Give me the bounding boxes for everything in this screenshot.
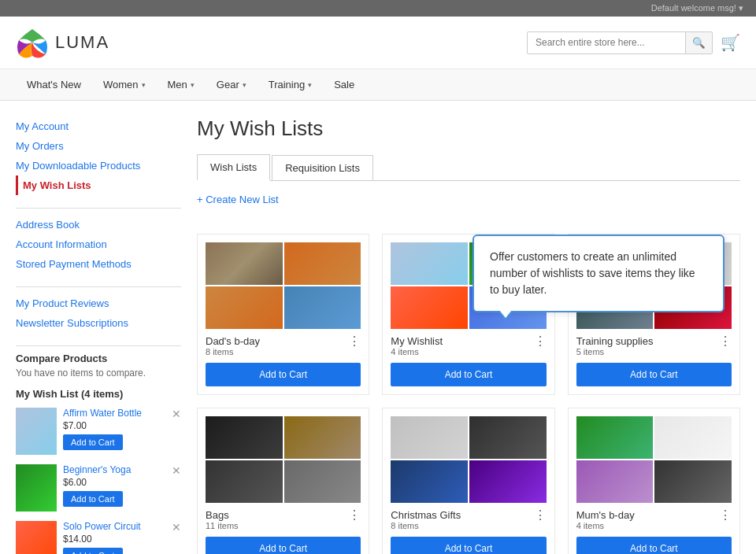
sidebar-item-name-0[interactable]: Affirm Water Bottle xyxy=(63,408,165,419)
logo-text: LUMA xyxy=(55,32,109,53)
sidebar-menu-1: My Account My Orders My Downloadable Pro… xyxy=(16,116,181,195)
wishlist-card-3-img-0 xyxy=(206,416,283,459)
sidebar-item-details-2: Solo Power Circuit $14.00 Add to Cart xyxy=(63,521,165,554)
sidebar-item-price-0: $7.00 xyxy=(63,420,165,431)
compare-products-title: Compare Products xyxy=(16,353,181,364)
sidebar-wishlist-item-0: Affirm Water Bottle $7.00 Add to Cart ✕ xyxy=(16,408,181,455)
tab-wish-lists[interactable]: Wish Lists xyxy=(197,154,270,181)
top-bar: Default welcome msg! ▾ xyxy=(0,0,756,17)
wishlist-card-3-name[interactable]: Bags xyxy=(206,509,239,521)
wishlist-card-3-menu[interactable]: ⋮ xyxy=(348,509,361,522)
callout-tooltip: Offer customers to create an unlimited n… xyxy=(472,235,724,312)
main-container: My Account My Orders My Downloadable Pro… xyxy=(0,101,756,554)
wishlist-card-4-footer: Christmas Gifts 8 items ⋮ xyxy=(391,509,546,530)
sidebar-wishlist-title: My Wish List (4 items) xyxy=(16,388,181,400)
sidebar-item-img-2 xyxy=(16,521,57,554)
wishlist-card-0-add-to-cart[interactable]: Add to Cart xyxy=(206,363,361,386)
wishlist-card-2-name[interactable]: Training supplies xyxy=(576,335,654,347)
search-button[interactable]: 🔍 xyxy=(685,32,712,54)
sidebar-item-newsletter[interactable]: Newsletter Subscriptions xyxy=(16,313,181,333)
sidebar-divider-3 xyxy=(16,345,181,346)
search-input[interactable] xyxy=(528,32,685,53)
wishlist-card-4-img-0 xyxy=(391,416,468,459)
nav-item-sale[interactable]: Sale xyxy=(323,69,365,100)
wishlist-card-4-items: 8 items xyxy=(391,521,461,530)
sidebar-item-details-0: Affirm Water Bottle $7.00 Add to Cart xyxy=(63,408,165,450)
sidebar-item-price-2: $14.00 xyxy=(63,534,165,545)
tab-requisition-lists[interactable]: Requisition Lists xyxy=(272,155,373,180)
wishlist-card-1-name[interactable]: My Wishlist xyxy=(391,335,443,347)
wishlist-card-0-img-3 xyxy=(284,286,361,329)
callout-text: Offer customers to create an unlimited n… xyxy=(490,250,695,296)
nav-item-gear[interactable]: Gear ▾ xyxy=(206,69,258,100)
wishlist-card-5-add-to-cart[interactable]: Add to Cart xyxy=(576,537,732,554)
welcome-message: Default welcome msg! xyxy=(651,3,736,13)
sidebar-item-my-account[interactable]: My Account xyxy=(16,116,181,136)
wishlist-card-5-menu[interactable]: ⋮ xyxy=(719,509,732,522)
sidebar-remove-item-2[interactable]: ✕ xyxy=(172,521,181,534)
wishlist-card-5-footer: Mum's b-day 4 items ⋮ xyxy=(576,509,732,530)
wishlist-card-5-images xyxy=(576,416,732,503)
sidebar-item-price-1: $6.00 xyxy=(63,477,165,488)
wishlist-card-1-items: 4 items xyxy=(391,347,443,356)
wishlist-card-1-add-to-cart[interactable]: Add to Cart xyxy=(391,363,546,386)
wishlist-card-3-add-to-cart[interactable]: Add to Cart xyxy=(206,537,361,554)
nav-item-women[interactable]: Women ▾ xyxy=(92,69,157,100)
logo[interactable]: LUMA xyxy=(16,26,109,59)
sidebar-item-account-info[interactable]: Account Information xyxy=(16,235,181,254)
wishlist-card-2-footer: Training supplies 5 items ⋮ xyxy=(576,335,732,356)
sidebar-item-name-2[interactable]: Solo Power Circuit xyxy=(63,521,165,532)
create-list-link[interactable]: + Create New List xyxy=(197,194,279,205)
main-nav: What's New Women ▾ Men ▾ Gear ▾ Training… xyxy=(0,69,756,101)
wishlist-card-4: Christmas Gifts 8 items ⋮ Add to Cart xyxy=(382,408,554,554)
sidebar-item-img-1 xyxy=(16,464,57,512)
wishlist-card-5-items: 4 items xyxy=(576,521,635,530)
wishlist-card-4-name[interactable]: Christmas Gifts xyxy=(391,509,461,521)
wishlist-card-0: Dad's b-day 8 items ⋮ Add to Cart xyxy=(197,234,369,395)
wishlist-card-0-img-0 xyxy=(206,242,283,285)
sidebar: My Account My Orders My Downloadable Pro… xyxy=(16,116,181,554)
sidebar-item-downloadable[interactable]: My Downloadable Products xyxy=(16,156,181,175)
sidebar-add-to-cart-0[interactable]: Add to Cart xyxy=(63,434,123,450)
wishlist-card-1-menu[interactable]: ⋮ xyxy=(534,335,547,348)
wishlist-card-4-add-to-cart[interactable]: Add to Cart xyxy=(391,537,546,554)
tabs-row: Wish Lists Requisition Lists xyxy=(197,153,740,181)
nav-item-men[interactable]: Men ▾ xyxy=(157,69,206,100)
sidebar-add-to-cart-1[interactable]: Add to Cart xyxy=(63,491,123,507)
sidebar-item-my-orders[interactable]: My Orders xyxy=(16,136,181,156)
wishlist-card-3-items: 11 items xyxy=(206,521,239,530)
sidebar-wishlist-item-1: Beginner's Yoga $6.00 Add to Cart ✕ xyxy=(16,464,181,512)
wishlist-card-0-items: 8 items xyxy=(206,347,260,356)
sidebar-add-to-cart-2[interactable]: Add to Cart xyxy=(63,548,123,554)
sidebar-item-product-reviews[interactable]: My Product Reviews xyxy=(16,294,181,313)
sidebar-item-payment-methods[interactable]: Stored Payment Methods xyxy=(16,254,181,274)
cart-button[interactable]: 🛒 xyxy=(721,33,740,52)
sidebar-item-address-book[interactable]: Address Book xyxy=(16,215,181,235)
sidebar-item-name-1[interactable]: Beginner's Yoga xyxy=(63,464,165,475)
sidebar-item-details-1: Beginner's Yoga $6.00 Add to Cart xyxy=(63,464,165,507)
wishlist-card-1-footer: My Wishlist 4 items ⋮ xyxy=(391,335,546,356)
wishlist-card-4-menu[interactable]: ⋮ xyxy=(534,509,547,522)
wishlist-card-2-add-to-cart[interactable]: Add to Cart xyxy=(576,363,732,386)
wishlist-card-2-items: 5 items xyxy=(576,347,654,356)
nav-item-training[interactable]: Training ▾ xyxy=(258,69,323,100)
sidebar-remove-item-1[interactable]: ✕ xyxy=(172,464,181,477)
wishlist-card-3-images xyxy=(206,416,361,503)
welcome-chevron[interactable]: ▾ xyxy=(739,3,743,13)
wishlist-card-5-img-3 xyxy=(654,460,732,503)
wishlist-card-1-img-2 xyxy=(391,286,468,329)
wishlist-card-4-images xyxy=(391,416,546,503)
sidebar-divider-1 xyxy=(16,208,181,209)
wishlist-card-0-menu[interactable]: ⋮ xyxy=(348,335,361,348)
nav-item-whats-new[interactable]: What's New xyxy=(16,69,92,100)
wishlist-card-0-name[interactable]: Dad's b-day xyxy=(206,335,260,347)
wishlist-card-5-img-0 xyxy=(576,416,654,459)
sidebar-item-wish-lists[interactable]: My Wish Lists xyxy=(16,175,181,195)
sidebar-divider-2 xyxy=(16,286,181,287)
wishlist-card-2-menu[interactable]: ⋮ xyxy=(719,335,732,348)
wishlist-card-5-name[interactable]: Mum's b-day xyxy=(576,509,635,521)
wishlist-card-3-img-2 xyxy=(206,460,283,503)
sidebar-remove-item-0[interactable]: ✕ xyxy=(172,408,181,420)
wishlist-card-0-img-1 xyxy=(284,242,361,285)
search-box[interactable]: 🔍 xyxy=(527,31,713,54)
